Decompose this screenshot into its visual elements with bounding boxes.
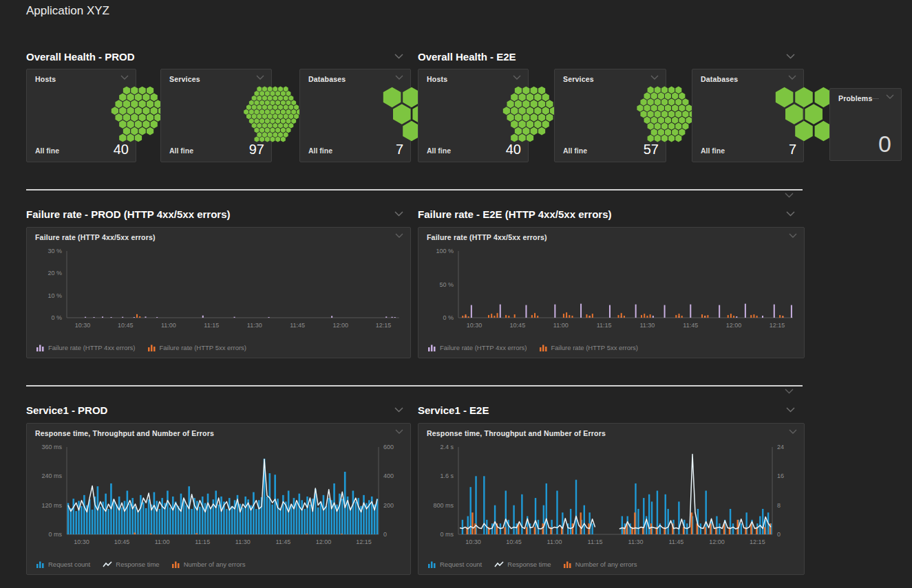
svg-text:600: 600: [383, 444, 394, 450]
svg-text:11:00: 11:00: [553, 322, 569, 329]
svg-text:12:00: 12:00: [726, 322, 742, 329]
svg-text:10:45: 10:45: [510, 322, 526, 329]
failure-rate-prod-chart[interactable]: 0 %10 %20 %30 %10:3010:4511:0011:1511:30…: [27, 244, 410, 333]
tile-header: Response time, Throughput and Number of …: [418, 424, 804, 442]
health-tile-databases-prod[interactable]: Databases All fine 7: [299, 69, 411, 162]
svg-text:1.6 s: 1.6 s: [440, 472, 454, 479]
chevron-down-icon[interactable]: [886, 94, 894, 99]
svg-text:8: 8: [777, 502, 781, 509]
legend-label: Number of any errors: [184, 560, 246, 568]
svg-text:11:45: 11:45: [669, 538, 684, 545]
bar-series-icon: [148, 345, 156, 351]
tile-header: Response time, Throughput and Number of …: [27, 424, 410, 442]
svg-text:11:15: 11:15: [204, 322, 219, 329]
chart-title: Response time, Throughput and Number of …: [427, 429, 606, 437]
legend-item: Failure rate (HTTP 4xx errors): [428, 344, 527, 351]
failure-rate-e2e-chart[interactable]: 0 %50 %100 %10:3010:4511:0011:1511:3011:…: [418, 244, 804, 333]
svg-text:24: 24: [777, 444, 784, 450]
health-tile-services-prod[interactable]: Services All fine 97: [160, 69, 272, 162]
chevron-down-icon[interactable]: [786, 54, 795, 59]
chart-tile-service-e2e[interactable]: Response time, Throughput and Number of …: [418, 423, 805, 575]
svg-text:11:00: 11:00: [161, 322, 176, 329]
chevron-down-icon[interactable]: [394, 407, 403, 413]
service1-e2e-chart[interactable]: 0 ms800 ms1.6 s2.4 s08162410:3010:4511:0…: [418, 440, 804, 549]
section-divider: [26, 385, 803, 386]
bar-series-icon: [172, 561, 180, 568]
section-service-prod: Service1 - PROD: [26, 402, 403, 417]
section-title: Service1 - PROD: [26, 404, 107, 416]
problems-trend-line: [872, 98, 879, 99]
svg-text:11:30: 11:30: [235, 538, 251, 545]
chart-tile-failure-prod[interactable]: Failure rate (HTTP 4xx/5xx errors) 0 %10…: [26, 227, 411, 358]
legend-item: Response time: [103, 560, 159, 568]
chevron-down-icon[interactable]: [394, 54, 403, 59]
svg-text:200: 200: [383, 502, 394, 509]
problems-count: 0: [878, 131, 891, 157]
chevron-down-icon[interactable]: [788, 75, 796, 80]
svg-text:11:45: 11:45: [290, 322, 305, 329]
section-title: Failure rate - PROD (HTTP 4xx/5xx errors…: [26, 208, 231, 220]
tile-header: Hosts: [418, 69, 528, 87]
chart-legend: Request countResponse timeNumber of any …: [36, 560, 245, 568]
chevron-down-icon[interactable]: [789, 429, 797, 434]
service1-prod-chart[interactable]: 0 ms120 ms240 ms360 ms020040060010:3010:…: [27, 440, 410, 549]
legend-label: Failure rate (HTTP 4xx errors): [440, 344, 527, 351]
section-title: Failure rate - E2E (HTTP 4xx/5xx errors): [418, 208, 612, 220]
svg-text:100 %: 100 %: [436, 248, 454, 254]
chevron-down-icon[interactable]: [395, 233, 403, 238]
chevron-down-icon[interactable]: [786, 211, 795, 217]
health-tile-services-e2e[interactable]: Services All fine 57: [554, 69, 666, 162]
svg-text:12:00: 12:00: [316, 538, 332, 545]
chevron-down-icon[interactable]: [785, 193, 794, 198]
chevron-down-icon[interactable]: [395, 429, 403, 434]
tile-footer: All fine 40: [35, 142, 129, 157]
svg-text:0 %: 0 %: [443, 314, 454, 321]
svg-text:11:15: 11:15: [588, 538, 603, 545]
chart-legend: Request countResponse timeNumber of any …: [428, 560, 637, 568]
chevron-down-icon[interactable]: [394, 211, 403, 217]
legend-item: Failure rate (HTTP 5xx errors): [540, 344, 639, 351]
chevron-down-icon[interactable]: [256, 75, 264, 80]
chevron-down-icon[interactable]: [395, 75, 403, 80]
chevron-down-icon[interactable]: [120, 75, 129, 80]
chart-legend: Failure rate (HTTP 4xx errors)Failure ra…: [428, 344, 638, 351]
bar-series-icon: [540, 345, 548, 351]
svg-text:240 ms: 240 ms: [41, 472, 62, 479]
chevron-down-icon[interactable]: [786, 407, 795, 413]
legend-item: Failure rate (HTTP 4xx errors): [36, 344, 136, 351]
chevron-down-icon[interactable]: [785, 389, 794, 394]
chart-title: Failure rate (HTTP 4xx/5xx errors): [35, 233, 156, 241]
legend-item: Number of any errors: [564, 560, 637, 568]
tile-footer: All fine 97: [169, 142, 264, 157]
chart-title: Failure rate (HTTP 4xx/5xx errors): [427, 233, 547, 241]
chart-legend: Failure rate (HTTP 4xx errors)Failure ra…: [36, 344, 246, 351]
svg-text:12:15: 12:15: [356, 538, 372, 545]
svg-text:11:00: 11:00: [547, 538, 562, 545]
svg-text:2.4 s: 2.4 s: [440, 444, 454, 450]
health-tile-databases-e2e[interactable]: Databases All fine 7: [692, 69, 804, 162]
bar-series-icon: [36, 561, 45, 568]
svg-text:360 ms: 360 ms: [41, 444, 62, 450]
chart-tile-failure-e2e[interactable]: Failure rate (HTTP 4xx/5xx errors) 0 %50…: [418, 227, 805, 358]
count-value: 40: [114, 142, 129, 157]
health-tile-hosts-e2e[interactable]: Hosts All fine 40: [418, 69, 529, 162]
health-tile-hosts-prod[interactable]: Hosts All fine 40: [26, 69, 136, 162]
chart-tile-service-prod[interactable]: Response time, Throughput and Number of …: [26, 423, 411, 575]
chevron-down-icon[interactable]: [650, 75, 659, 80]
svg-text:10:30: 10:30: [74, 538, 89, 545]
legend-label: Request count: [440, 560, 482, 568]
svg-text:11:15: 11:15: [195, 538, 210, 545]
problems-tile[interactable]: Problems 0: [829, 88, 902, 161]
dashboard-title: Application XYZ: [26, 4, 109, 18]
svg-text:10:45: 10:45: [118, 322, 134, 329]
legend-label: Failure rate (HTTP 5xx errors): [160, 344, 247, 351]
tile-header: Problems: [830, 89, 901, 107]
svg-text:16: 16: [777, 472, 784, 479]
svg-text:11:45: 11:45: [683, 322, 698, 329]
svg-text:11:15: 11:15: [597, 322, 612, 329]
legend-item: Failure rate (HTTP 5xx errors): [148, 344, 247, 351]
svg-text:0 %: 0 %: [51, 314, 62, 321]
status-text: All fine: [427, 146, 451, 157]
chevron-down-icon[interactable]: [513, 75, 521, 80]
chevron-down-icon[interactable]: [789, 233, 797, 238]
